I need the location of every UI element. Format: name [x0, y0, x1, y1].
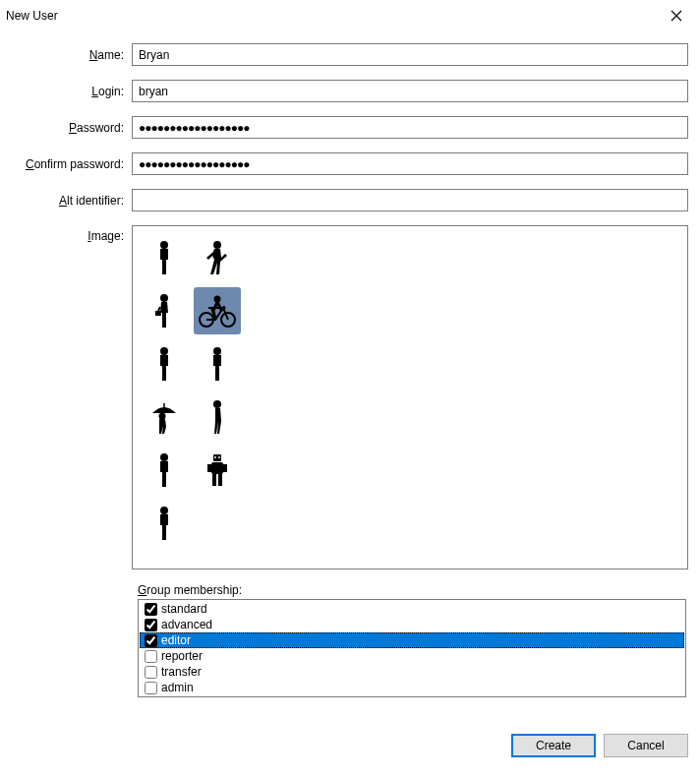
image-option-person-briefcase[interactable]	[141, 287, 188, 334]
login-label: Login:	[12, 85, 132, 98]
altid-field[interactable]	[132, 189, 688, 211]
password-label: Password:	[12, 121, 132, 135]
group-item-label: editor	[161, 633, 191, 647]
group-checkbox-transfer[interactable]	[145, 666, 157, 679]
group-item-transfer[interactable]: transfer	[140, 664, 684, 680]
button-row: Create Cancel	[511, 734, 688, 757]
group-checkbox-standard[interactable]	[145, 603, 157, 616]
group-item-label: admin	[161, 681, 194, 694]
group-item-label: standard	[161, 602, 207, 616]
svg-point-19	[214, 456, 216, 458]
group-checkbox-editor[interactable]	[145, 634, 157, 647]
name-label: Name:	[12, 48, 132, 62]
group-item-standard[interactable]: standard	[140, 601, 684, 617]
create-button[interactable]: Create	[511, 734, 596, 757]
image-option-person-standing-2[interactable]	[141, 340, 188, 388]
image-option-person-standing-4[interactable]	[141, 447, 188, 494]
svg-rect-17	[212, 474, 216, 486]
image-option-person-side[interactable]	[194, 393, 241, 441]
svg-point-12	[160, 453, 168, 461]
login-field[interactable]	[132, 80, 688, 102]
svg-point-7	[160, 347, 168, 355]
svg-point-10	[159, 413, 166, 420]
group-list: standardadvancededitorreportertransferad…	[138, 599, 686, 697]
confirm-label: Confirm password:	[12, 157, 132, 171]
titlebar: New User	[0, 0, 700, 31]
window-title: New User	[6, 9, 58, 23]
group-checkbox-reporter[interactable]	[145, 650, 157, 663]
svg-rect-14	[211, 462, 223, 474]
group-item-admin[interactable]: admin	[140, 680, 684, 695]
image-label: Image:	[12, 225, 132, 243]
close-icon	[671, 10, 682, 22]
cancel-button[interactable]: Cancel	[604, 734, 688, 757]
image-option-person-walking[interactable]	[194, 234, 241, 281]
altid-label: Alt identifier:	[12, 194, 132, 208]
group-item-advanced[interactable]: advanced	[140, 617, 684, 632]
svg-point-6	[214, 296, 221, 303]
name-field[interactable]	[132, 43, 688, 66]
svg-rect-3	[155, 311, 161, 316]
image-option-person-standing-3[interactable]	[194, 340, 241, 388]
group-checkbox-advanced[interactable]	[145, 619, 157, 631]
confirm-field[interactable]	[132, 152, 688, 175]
image-option-person-umbrella[interactable]	[141, 393, 188, 441]
image-option-robot[interactable]	[194, 447, 241, 494]
group-item-editor[interactable]: editor	[140, 632, 684, 648]
svg-point-2	[160, 294, 168, 302]
group-item-label: advanced	[161, 618, 212, 631]
svg-rect-15	[207, 464, 211, 472]
password-field[interactable]	[132, 116, 688, 139]
svg-point-8	[213, 347, 221, 355]
svg-point-1	[213, 241, 221, 249]
group-checkbox-admin[interactable]	[145, 682, 157, 694]
svg-point-11	[213, 400, 221, 408]
svg-point-20	[218, 456, 220, 458]
group-item-label: reporter	[161, 649, 203, 663]
svg-rect-16	[223, 464, 227, 472]
image-option-person-standing-5[interactable]	[141, 500, 188, 547]
svg-point-21	[160, 507, 168, 514]
svg-rect-18	[218, 474, 222, 486]
group-item-label: transfer	[161, 665, 202, 679]
image-option-person-standing[interactable]	[141, 234, 188, 281]
svg-point-0	[160, 241, 168, 249]
close-button[interactable]	[661, 4, 692, 28]
group-label: Group membership:	[138, 583, 686, 597]
image-picker	[132, 225, 688, 569]
group-item-reporter[interactable]: reporter	[140, 648, 684, 664]
image-option-person-bicycle[interactable]	[194, 287, 241, 334]
